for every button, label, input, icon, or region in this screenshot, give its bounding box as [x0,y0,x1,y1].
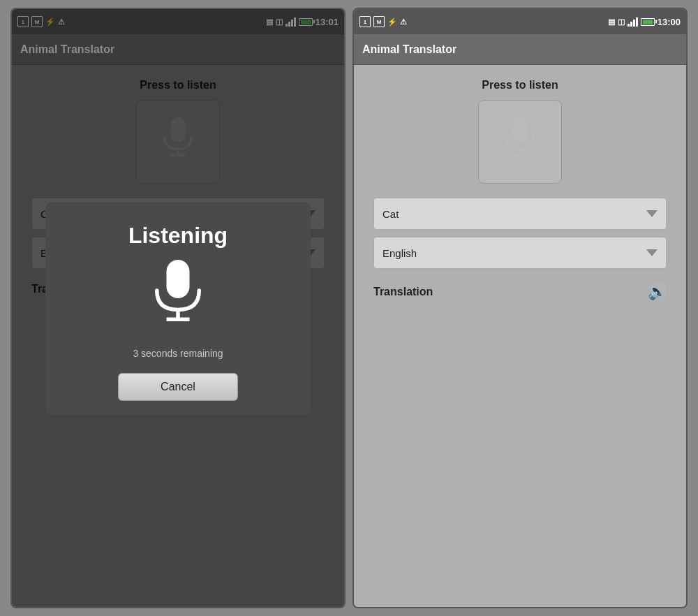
icon-signal-right [628,17,638,27]
icon-battery-right [641,18,655,26]
dropdown-english-right[interactable]: English [373,237,667,269]
dropdown-arrow-cat-right [646,210,658,217]
app-title-right: Animal Translator [362,43,456,56]
icon-m-right: M [373,16,385,27]
speaker-icon[interactable]: 🔊 [648,283,667,301]
main-content-right: Press to listen Cat English Translation … [354,65,686,607]
dialog-countdown: 3 seconds remaining [133,348,223,359]
listening-title: Listening [128,223,228,249]
dropdown-cat-right[interactable]: Cat [373,198,667,230]
icon-wifi-right: ▤ [608,17,615,27]
app-bar-right: Animal Translator [354,34,686,65]
dropdown-cat-text-right: Cat [383,208,399,220]
dialog-mic-wrapper [147,260,209,337]
dropdown-arrow-english-right [646,249,658,256]
listening-dialog: Listening 3 seconds remaining Cancel [45,202,311,415]
cancel-button[interactable]: Cancel [118,373,238,401]
status-time-right: 13:00 [658,17,681,27]
icon-1-right: 1 [359,16,371,27]
translation-row-right: Translation 🔊 [373,276,667,308]
dialog-mic-icon [147,260,209,337]
status-icons-right-right: ▤ ◫ 13:00 [608,17,681,27]
status-icons-left-right: 1 M ⚡ ⚠ [359,16,407,27]
translation-label-right: Translation [373,286,433,298]
dropdown-english-text-right: English [383,247,417,259]
svg-rect-3 [167,260,190,298]
icon-warning-right: ⚠ [400,17,407,27]
svg-rect-6 [513,117,528,142]
mic-button-right[interactable] [478,100,562,184]
left-phone: 1 M ⚡ ⚠ ▤ ◫ 13:01 Animal Translator Pres… [10,8,346,608]
press-to-listen-label-right: Press to listen [482,79,558,91]
icon-signal-alt-right: ◫ [618,17,625,27]
mic-icon-right [496,117,544,166]
listening-dialog-overlay: Listening 3 seconds remaining Cancel [12,9,344,607]
right-phone: 1 M ⚡ ⚠ ▤ ◫ 13:00 Animal Translator Pres… [352,8,688,608]
status-bar-right: 1 M ⚡ ⚠ ▤ ◫ 13:00 [354,9,686,34]
icon-usb-right: ⚡ [387,17,397,27]
